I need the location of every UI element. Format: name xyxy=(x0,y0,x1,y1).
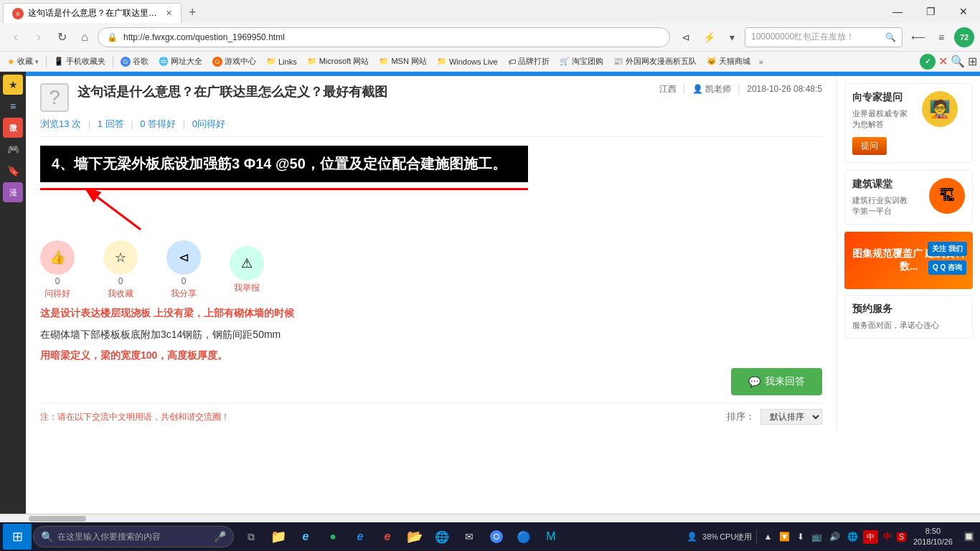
arrow-down-icon[interactable]: 🔽 xyxy=(777,532,792,542)
sidebar-weibo-icon[interactable]: 微 xyxy=(3,118,23,138)
language-button[interactable]: 中 xyxy=(863,530,878,544)
file-mgr-button[interactable]: 📂 xyxy=(402,524,428,550)
dropdown-button[interactable]: ▾ xyxy=(722,27,742,47)
minimize-button[interactable]: — xyxy=(881,0,914,23)
task-view-button[interactable]: ⧉ xyxy=(238,524,264,550)
home-button[interactable]: ⌂ xyxy=(75,27,95,47)
scrollbar-thumb[interactable] xyxy=(29,516,86,522)
window-controls: — ❐ ✕ xyxy=(881,0,980,23)
follow-button[interactable]: 关注 我们 xyxy=(928,242,967,256)
bookmarks-bar: ★ 收藏 ▾ 📱 手机收藏夹 G 谷歌 🌐 网址大全 G 游戏中心 📁 Link… xyxy=(0,52,980,72)
qq-button[interactable]: Q Q 咨询 xyxy=(928,260,966,275)
menu-button[interactable]: ≡ xyxy=(931,27,951,47)
person-tray-icon[interactable]: 👤 xyxy=(684,532,699,542)
green-addon-icon[interactable]: ✓ xyxy=(920,54,936,70)
network-icon[interactable]: 🌐 xyxy=(845,532,860,542)
sidebar-bookmark-icon[interactable]: 🔖 xyxy=(3,161,23,181)
expert-card: 向专家提问 业界最权威专家 为您解答 🧑‍🏫 提问 xyxy=(844,83,973,163)
sidebar-game-icon[interactable]: 🎮 xyxy=(3,139,23,159)
bookmark-google[interactable]: G 谷歌 xyxy=(116,55,153,68)
msn-button[interactable]: M xyxy=(538,524,564,550)
expert-ask-button[interactable]: 提问 xyxy=(852,137,887,155)
reply-button[interactable]: 💬 我来回答 xyxy=(731,368,822,395)
bookmark-links[interactable]: 📁 Links xyxy=(262,55,301,67)
bookmark-game[interactable]: G 游戏中心 xyxy=(208,55,260,68)
address-bar[interactable]: 🔒 http://e.fwxgx.com/question_1969950.ht… xyxy=(98,27,670,47)
share-button[interactable]: ⊲ 0 我分享 xyxy=(166,240,201,300)
tray-icon-1[interactable]: 📺 xyxy=(809,532,824,542)
notification-button[interactable]: 🔲 xyxy=(960,524,977,550)
bookmark-taobao[interactable]: 🛒 淘宝团购 xyxy=(555,55,608,68)
app9-button[interactable]: 🔵 xyxy=(511,524,537,550)
time-value: 8:50 xyxy=(913,526,953,537)
sidebar-favorites-icon[interactable]: ★ xyxy=(3,75,23,95)
bookmark-windows-live[interactable]: 📁 Windows Live xyxy=(433,55,502,67)
horizontal-scrollbar[interactable] xyxy=(0,514,980,522)
report-circle: ⚠ xyxy=(230,246,264,281)
back-nav-button[interactable]: ⟵ xyxy=(908,27,928,47)
email-button[interactable]: ✉ xyxy=(456,524,482,550)
person-icon: 👤 xyxy=(692,84,703,94)
course-sub2: 学第一平台 xyxy=(852,206,923,217)
sidebar-manga-icon[interactable]: 漫 xyxy=(3,182,23,202)
tab-title: 这句话是什么意思？在广联达里… xyxy=(28,7,157,19)
report-button[interactable]: ⚠ 我举报 xyxy=(230,246,264,294)
bookmark-brand[interactable]: 🏷 品牌打折 xyxy=(504,55,554,68)
sidebar-doc-icon[interactable]: ≡ xyxy=(3,96,23,116)
bookmark-foreign[interactable]: 📰 外国网友漫画析五队 xyxy=(609,55,701,68)
report-label: 我举报 xyxy=(234,282,260,294)
tab-list: e 这句话是什么意思？在广联达里… ✕ + xyxy=(3,0,204,23)
time-display[interactable]: 8:50 2018/10/26 xyxy=(909,526,957,548)
active-tab[interactable]: e 这句话是什么意思？在广联达里… ✕ xyxy=(3,3,182,23)
bookmark-microsoft[interactable]: 📁 Microsoft 网站 xyxy=(303,55,374,68)
search-addon-icon[interactable]: 🔍 xyxy=(951,55,965,68)
refresh-button[interactable]: ↻ xyxy=(52,27,72,47)
chrome-icon xyxy=(490,530,503,543)
folder-icon: 📁 xyxy=(266,57,276,66)
bookmarks-more-button[interactable]: » xyxy=(756,56,766,67)
star-icon: ★ xyxy=(7,57,15,67)
browser-1-button[interactable]: e xyxy=(293,524,319,550)
start-button[interactable]: ⊞ xyxy=(3,524,32,550)
wubi-icon[interactable]: S xyxy=(897,532,906,542)
bookmark-wangzhi[interactable]: 🌐 网址大全 xyxy=(154,55,207,68)
search-icon: 🔍 xyxy=(885,32,896,42)
volume-icon[interactable]: 🔊 xyxy=(827,532,842,542)
sort-select[interactable]: 默认排序 xyxy=(760,409,822,425)
restore-button[interactable]: ❐ xyxy=(914,0,947,23)
tray-separator xyxy=(756,529,757,544)
bookmark-mobile[interactable]: 📱 手机收藏夹 xyxy=(50,55,110,68)
cpu-value: 38% xyxy=(702,532,718,541)
new-tab-button[interactable]: + xyxy=(182,2,204,23)
chrome-button[interactable] xyxy=(484,524,509,550)
tab-favicon: e xyxy=(12,8,24,19)
bookmark-label: 天猫商城 xyxy=(719,56,750,67)
grid-icon[interactable]: ⊞ xyxy=(968,55,977,68)
360-browser-button[interactable]: ● xyxy=(320,524,346,550)
ie-button[interactable]: e xyxy=(347,524,373,550)
red-x-icon[interactable]: ✕ xyxy=(938,55,948,68)
like-button[interactable]: 👍 0 问得好 xyxy=(40,240,75,300)
star-button[interactable]: ☆ 0 我收藏 xyxy=(103,240,138,300)
file-explorer-button[interactable]: 📁 xyxy=(265,524,291,550)
download-icon[interactable]: ⬇ xyxy=(795,532,806,542)
meta-date: 2018-10-26 08:48:5 xyxy=(747,84,822,94)
meta-teacher: 凯老师 xyxy=(705,84,731,94)
bookmark-tmall[interactable]: 🐱 天猫商城 xyxy=(702,55,755,68)
web-button[interactable]: 🌐 xyxy=(429,524,455,550)
bolt-button[interactable]: ⚡ xyxy=(699,27,719,47)
tab-close-button[interactable]: ✕ xyxy=(166,9,172,18)
taskbar-search[interactable]: 🔍 在这里输入你要搜索的内容 🎤 xyxy=(33,526,234,547)
stats-good: 0 答得好 xyxy=(140,118,176,129)
ime-icon[interactable]: 中 xyxy=(881,531,894,543)
bookmark-msn[interactable]: 📁 MSN 网站 xyxy=(374,55,431,68)
back-button[interactable]: ‹ xyxy=(6,27,26,47)
forward-button[interactable]: › xyxy=(29,27,49,47)
search-bar[interactable]: 100000000红包正在发放！ 🔍 xyxy=(745,27,903,47)
bookmark-label: 收藏 xyxy=(17,56,33,67)
arrow-up-icon[interactable]: ▲ xyxy=(761,532,774,542)
share-button[interactable]: ⊲ xyxy=(676,27,696,47)
ie2-button[interactable]: e xyxy=(374,524,400,550)
bookmark-favorites[interactable]: ★ 收藏 ▾ xyxy=(3,55,43,68)
close-button[interactable]: ✕ xyxy=(947,0,980,23)
